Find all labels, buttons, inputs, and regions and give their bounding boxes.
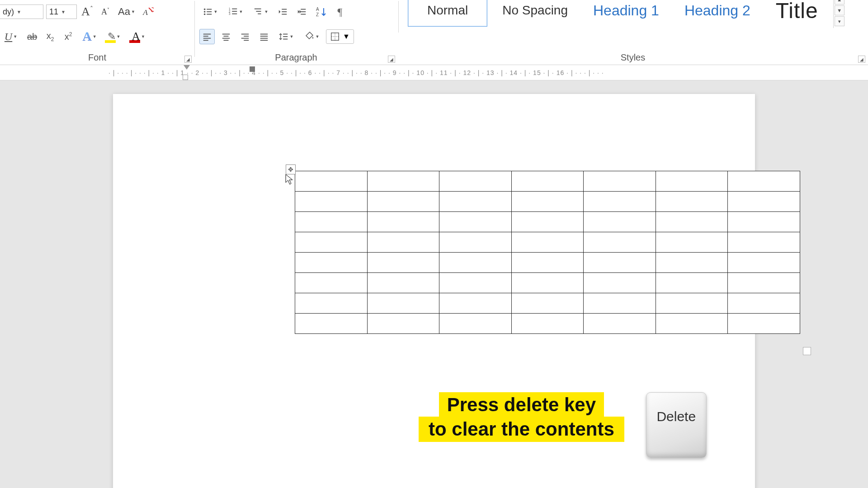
table-cell[interactable]	[295, 232, 368, 253]
table-cell[interactable]	[367, 293, 439, 314]
table-cell[interactable]	[295, 293, 368, 314]
style-normal[interactable]: Normal	[408, 0, 487, 27]
table-move-handle[interactable]: ✥	[286, 164, 296, 174]
table-cell[interactable]	[656, 232, 728, 253]
styles-scroll-up[interactable]: ▲	[835, 0, 844, 5]
sort-button[interactable]: AZ	[313, 4, 329, 19]
table-row[interactable]	[295, 212, 800, 232]
align-left-button[interactable]	[199, 29, 215, 44]
table-cell[interactable]	[584, 293, 656, 314]
underline-button[interactable]: U▼	[0, 29, 22, 44]
table-cell[interactable]	[584, 171, 656, 192]
grow-font-button[interactable]: A˄	[80, 4, 95, 19]
change-case-button[interactable]: Aa▼	[116, 4, 137, 19]
table-row[interactable]	[295, 232, 800, 253]
document-table[interactable]	[295, 171, 800, 334]
justify-button[interactable]	[256, 29, 272, 44]
table-cell[interactable]	[367, 171, 439, 192]
font-color-button[interactable]: A ▼	[127, 29, 149, 44]
table-cell[interactable]	[656, 273, 728, 293]
table-cell[interactable]	[439, 293, 512, 314]
table-cell[interactable]	[584, 314, 656, 334]
table-cell[interactable]	[439, 314, 512, 334]
table-cell[interactable]	[656, 192, 728, 212]
table-cell[interactable]	[656, 293, 728, 314]
table-cell[interactable]	[439, 171, 512, 192]
table-cell[interactable]	[511, 253, 584, 273]
table-cell[interactable]	[511, 314, 584, 334]
table-cell[interactable]	[511, 232, 584, 253]
bullets-button[interactable]: ▼	[199, 4, 221, 19]
numbering-button[interactable]: 123 ▼	[225, 4, 246, 19]
table-cell[interactable]	[584, 232, 656, 253]
table-row[interactable]	[295, 293, 800, 314]
highlight-color-button[interactable]: ✎ ▼	[103, 29, 125, 44]
table-cell[interactable]	[656, 212, 728, 232]
style-title[interactable]: Title	[765, 0, 829, 27]
table-cell[interactable]	[295, 314, 368, 334]
tab-stop-marker[interactable]	[250, 66, 255, 72]
table-cell[interactable]	[367, 314, 439, 334]
table-cell[interactable]	[511, 192, 584, 212]
strikethrough-button[interactable]: ab	[24, 29, 40, 44]
horizontal-ruler[interactable]: · | · · · | · · · | · · 1 · · | 1 · · 2 …	[0, 65, 868, 80]
style-heading2[interactable]: Heading 2	[674, 0, 761, 27]
increase-indent-button[interactable]	[294, 4, 310, 19]
table-cell[interactable]	[728, 293, 800, 314]
table-cell[interactable]	[728, 192, 800, 212]
style-no-spacing[interactable]: No Spacing	[492, 0, 578, 27]
superscript-button[interactable]: x2	[61, 29, 76, 44]
table-cell[interactable]	[439, 192, 512, 212]
borders-button[interactable]: ▼	[326, 29, 354, 44]
table-row[interactable]	[295, 192, 800, 212]
table-cell[interactable]	[511, 273, 584, 293]
table-cell[interactable]	[295, 171, 368, 192]
table-cell[interactable]	[295, 192, 368, 212]
font-name-combo[interactable]: dy) ▼	[0, 5, 43, 19]
table-cell[interactable]	[584, 192, 656, 212]
decrease-indent-button[interactable]	[275, 4, 291, 19]
table-cell[interactable]	[728, 253, 800, 273]
table-cell[interactable]	[511, 293, 584, 314]
table-row[interactable]	[295, 171, 800, 192]
subscript-button[interactable]: x2	[42, 29, 58, 44]
table-cell[interactable]	[656, 253, 728, 273]
line-spacing-button[interactable]: ▼	[275, 29, 297, 44]
align-center-button[interactable]	[218, 29, 234, 44]
styles-scroll-down[interactable]: ▼	[835, 5, 844, 15]
styles-more[interactable]: ▾	[835, 16, 844, 26]
shrink-font-button[interactable]: A˅	[98, 4, 113, 19]
table-cell[interactable]	[656, 171, 728, 192]
multilevel-list-button[interactable]: ▼	[250, 4, 272, 19]
table-cell[interactable]	[295, 212, 368, 232]
table-cell[interactable]	[511, 171, 584, 192]
table-cell[interactable]	[728, 273, 800, 293]
font-size-combo[interactable]: 11 ▼	[46, 5, 77, 19]
table-cell[interactable]	[439, 273, 512, 293]
table-cell[interactable]	[584, 212, 656, 232]
table-cell[interactable]	[367, 253, 439, 273]
page[interactable]: ✥ Press delete key to clear the contents…	[113, 94, 755, 488]
table-cell[interactable]	[439, 212, 512, 232]
clear-formatting-button[interactable]: A	[140, 4, 156, 19]
font-dialog-launcher[interactable]: ◢	[184, 56, 192, 63]
style-heading1[interactable]: Heading 1	[583, 0, 670, 27]
table-row[interactable]	[295, 253, 800, 273]
left-indent-marker[interactable]	[183, 75, 188, 80]
table-cell[interactable]	[295, 253, 368, 273]
show-marks-button[interactable]: ¶	[332, 4, 348, 19]
table-cell[interactable]	[728, 212, 800, 232]
table-cell[interactable]	[439, 253, 512, 273]
table-cell[interactable]	[367, 192, 439, 212]
table-cell[interactable]	[295, 273, 368, 293]
table-cell[interactable]	[656, 314, 728, 334]
table-resize-handle[interactable]	[803, 347, 811, 355]
table-cell[interactable]	[367, 232, 439, 253]
table-cell[interactable]	[584, 273, 656, 293]
table-cell[interactable]	[584, 253, 656, 273]
table-cell[interactable]	[367, 273, 439, 293]
table-cell[interactable]	[728, 314, 800, 334]
text-effects-button[interactable]: A▼	[79, 29, 100, 44]
shading-button[interactable]: ▼	[301, 29, 322, 44]
table-cell[interactable]	[728, 171, 800, 192]
